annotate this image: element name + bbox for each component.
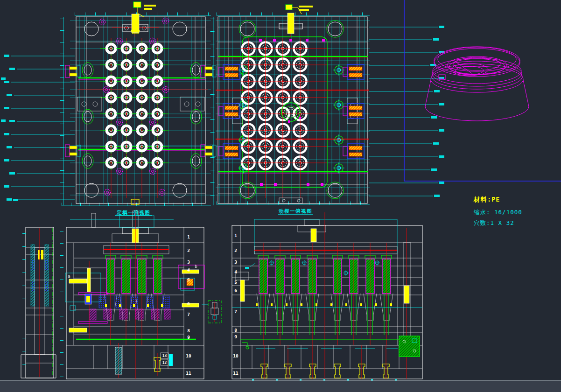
caption-left-view: 定模一俯视图 xyxy=(116,210,150,215)
note-shrinkage: 缩水: 16/1000 xyxy=(474,209,522,216)
svg-text:2: 2 xyxy=(187,248,190,253)
slide-unit xyxy=(343,64,364,79)
plan-view-right xyxy=(216,5,370,203)
svg-text:11: 11 xyxy=(233,371,238,376)
svg-text:9: 9 xyxy=(187,335,190,340)
plate-numbers-right: 1 2 3 4 5 6 7 8 9 10 11 xyxy=(233,233,238,376)
slide-mechanism-right xyxy=(178,265,204,307)
balloon-13: 13 xyxy=(162,354,167,358)
support-pillar xyxy=(399,243,420,357)
svg-text:6: 6 xyxy=(187,301,190,306)
sprue-bushing xyxy=(311,229,316,242)
note-cavities: 穴数:1 X 32 xyxy=(474,219,514,226)
svg-text:1: 1 xyxy=(187,234,190,239)
detail-letter-a: a xyxy=(68,274,70,279)
cooling-fittings xyxy=(269,260,380,276)
guide-pillar xyxy=(84,22,98,36)
guide-pillar xyxy=(173,22,187,36)
svg-text:8: 8 xyxy=(187,328,190,333)
svg-text:3: 3 xyxy=(187,259,190,265)
balloon-labels: 13 12 xyxy=(154,353,173,376)
svg-text:8: 8 xyxy=(234,328,237,333)
svg-text:5: 5 xyxy=(234,280,237,285)
caption-right-view: 动模一俯视图 xyxy=(279,208,312,214)
guide-pillar xyxy=(84,183,98,197)
section-view-left: 13 12 a b 1 2 3 4 5 6 7 8 9 10 11 xyxy=(62,211,204,379)
notes-block: 材料:PE 缩水: 16/1000 穴数:1 X 32 xyxy=(473,196,522,226)
drawing: 定模一俯视图 动模一俯视图 材料:PE 缩水: 16/1000 穴数:1 X 3… xyxy=(0,0,561,392)
view-captions: 定模一俯视图 动模一俯视图 xyxy=(115,208,313,216)
detail-callout-box xyxy=(202,301,221,323)
detail-letter-b: b xyxy=(195,264,197,269)
status-strip xyxy=(0,381,561,392)
balloon-12: 12 xyxy=(162,361,167,365)
slide-unit xyxy=(219,64,240,79)
cad-canvas: 定模一俯视图 动模一俯视图 材料:PE 缩水: 16/1000 穴数:1 X 3… xyxy=(0,0,561,392)
slide-unit xyxy=(219,104,240,119)
svg-text:10: 10 xyxy=(186,353,191,358)
command-bar[interactable] xyxy=(0,381,561,392)
svg-text:4: 4 xyxy=(187,267,190,273)
plan-view-left xyxy=(65,2,216,206)
svg-text:1: 1 xyxy=(234,233,237,238)
slide-unit xyxy=(219,144,240,159)
svg-text:9: 9 xyxy=(234,334,237,339)
ejector-pins xyxy=(261,364,389,378)
sprue-assembly-right xyxy=(279,5,313,34)
svg-text:6: 6 xyxy=(234,288,237,293)
dimension-scaffolding xyxy=(4,14,444,206)
svg-text:2: 2 xyxy=(234,248,237,253)
svg-text:3: 3 xyxy=(234,259,237,265)
note-material: 材料:PE xyxy=(473,196,500,203)
svg-text:5: 5 xyxy=(187,277,190,282)
guide-pillar xyxy=(173,183,187,197)
sprue-assembly-left xyxy=(123,2,156,34)
wear-blocks xyxy=(90,296,170,320)
svg-text:10: 10 xyxy=(233,353,238,358)
section-view-right: 1 2 3 4 5 6 7 8 9 10 11 xyxy=(232,212,422,380)
slide-unit xyxy=(343,144,364,159)
cavity-grid-right xyxy=(240,40,309,171)
svg-text:7: 7 xyxy=(187,312,190,317)
slide-unit xyxy=(65,65,81,77)
cap-wireframe xyxy=(425,47,529,121)
slide-unit xyxy=(343,104,364,119)
svg-text:7: 7 xyxy=(234,309,237,314)
svg-text:11: 11 xyxy=(186,371,191,376)
section-view-side xyxy=(21,227,56,378)
svg-text:4: 4 xyxy=(234,269,237,274)
